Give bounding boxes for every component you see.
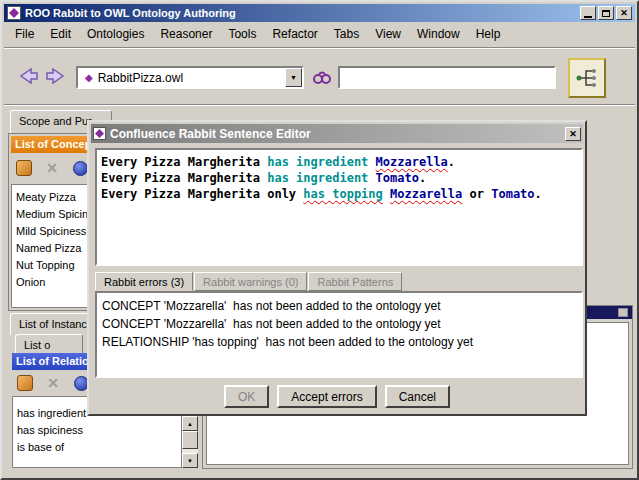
dialog-button-accept-errors[interactable]: Accept errors [277,385,376,408]
token-kw: Every [101,171,144,185]
search-input[interactable] [338,66,556,89]
relations-toolbar: ✕ [14,372,92,394]
scrollbar-thumb[interactable] [182,431,198,449]
dialog-button-ok[interactable]: OK [224,385,269,408]
hierarchy-icon [574,65,600,91]
minimize-icon [584,16,592,18]
error-row[interactable]: CONCEPT 'Mozzarella' has not been added … [102,297,576,315]
menu-help[interactable]: Help [468,24,509,44]
add-relation-icon [17,375,33,391]
token-con: Mozzarella [390,187,462,201]
token-rel: has ingredient [267,171,368,185]
scroll-up-button[interactable]: ▲ [182,416,198,431]
close-icon: ✕ [620,8,628,18]
menu-tabs[interactable]: Tabs [326,24,367,44]
dialog-button-cancel[interactable]: Cancel [385,385,450,408]
tab-rabbit-patterns[interactable]: Rabbit Patterns [308,272,402,291]
minimize-button[interactable] [580,6,596,20]
window-controls: ✕ [580,6,632,20]
dropdown-arrow-icon[interactable]: ▼ [285,68,302,87]
add-concept-button[interactable] [13,157,35,179]
ontology-selector[interactable]: ◆ RabbitPizza.owl ▼ [76,66,304,89]
separator [4,104,635,106]
tab-rabbit-errors-3-[interactable]: Rabbit errors (3) [95,272,193,291]
relations-scrollbar[interactable]: ▲ ▼ [182,416,198,468]
chevron-down-icon: ▼ [290,74,297,81]
dialog-icon [93,127,106,140]
delete-icon: ✕ [47,376,59,390]
token-kw: or [470,187,484,201]
add-concept-icon [16,160,32,176]
search-icon [312,70,332,90]
errors-list: CONCEPT 'Mozzarella' has not been added … [95,291,583,378]
concepts-toolbar: ✕ [13,157,91,179]
token-txt [368,155,375,169]
scroll-up-icon: ▲ [187,421,193,427]
token-rel: has topping [303,187,382,201]
delete-relation-button[interactable]: ✕ [42,372,64,394]
menu-refactor[interactable]: Refactor [264,24,325,44]
dialog-button-row: OKAccept errorsCancel [89,385,585,408]
token-txt: . [535,187,542,201]
token-txt: . [448,155,455,169]
dialog-title: Confluence Rabbit Sentence Editor [110,127,565,141]
menu-view[interactable]: View [367,24,409,44]
sentence-editor-textarea[interactable]: Every Pizza Margherita has ingredient Mo… [95,148,583,266]
forward-button[interactable] [44,66,68,89]
maximize-button[interactable] [598,6,614,20]
token-kw: Every [101,155,144,169]
relation-item[interactable]: is base of [13,439,181,456]
delete-concept-button[interactable]: ✕ [41,157,63,179]
scroll-down-icon: ▼ [187,458,193,464]
relation-item[interactable]: has spiciness [13,422,181,439]
menu-edit[interactable]: Edit [42,24,79,44]
tab-list-of[interactable]: List o [15,334,83,354]
add-relation-button[interactable] [14,372,36,394]
token-txt [462,187,469,201]
sentence-line: Every Pizza Margherita has ingredient To… [101,170,577,186]
close-icon: ✕ [569,129,577,139]
detach-icon[interactable] [618,308,628,317]
window-titlebar[interactable]: ROO Rabbit to OWL Ontology Authoring ✕ [4,4,635,22]
window-title: ROO Rabbit to OWL Ontology Authoring [25,7,580,19]
app-icon [7,6,21,20]
sentence-line: Every Pizza Margherita has ingredient Mo… [101,154,577,170]
error-row[interactable]: RELATIONSHIP 'has topping' has not been … [102,333,576,351]
token-txt: Pizza Margherita [144,155,267,169]
menu-tools[interactable]: Tools [220,24,264,44]
ontology-icon: ◆ [85,72,93,83]
token-kw: Every [101,187,144,201]
separator [4,47,635,49]
token-con: Tomato [376,171,419,185]
token-txt: Pizza Margherita [144,171,267,185]
maximize-icon [602,10,610,17]
token-txt [383,187,390,201]
delete-icon: ✕ [46,161,58,175]
token-con: Tomato [491,187,534,201]
menu-bar: FileEditOntologiesReasonerToolsRefactorT… [4,22,635,46]
info-icon [73,161,88,176]
close-button[interactable]: ✕ [616,6,632,20]
token-txt: . [419,171,426,185]
token-rel: has ingredient [267,155,368,169]
menu-ontologies[interactable]: Ontologies [79,24,152,44]
token-txt [368,171,375,185]
ontology-selector-value: RabbitPizza.owl [98,71,285,85]
error-row[interactable]: CONCEPT 'Mozzarella' has not been added … [102,315,576,333]
scroll-down-button[interactable]: ▼ [182,453,198,468]
menu-reasoner[interactable]: Reasoner [152,24,220,44]
sentence-line: Every Pizza Margherita only has topping … [101,186,577,202]
tab-rabbit-warnings-0-[interactable]: Rabbit warnings (0) [194,272,307,291]
menu-window[interactable]: Window [409,24,468,44]
token-txt: Pizza Margherita [144,187,267,201]
dialog-tab-strip: Rabbit errors (3)Rabbit warnings (0)Rabb… [95,272,403,291]
token-kw: only [267,187,303,201]
back-button[interactable] [16,66,40,89]
app-window: ROO Rabbit to OWL Ontology Authoring ✕ F… [0,0,639,480]
sentence-editor-dialog: Confluence Rabbit Sentence Editor ✕ Ever… [87,120,587,416]
token-con: Mozzarella [376,155,448,169]
dialog-titlebar[interactable]: Confluence Rabbit Sentence Editor ✕ [91,124,583,143]
menu-file[interactable]: File [7,24,42,44]
dialog-close-button[interactable]: ✕ [565,127,581,141]
hierarchy-button[interactable] [568,58,606,98]
